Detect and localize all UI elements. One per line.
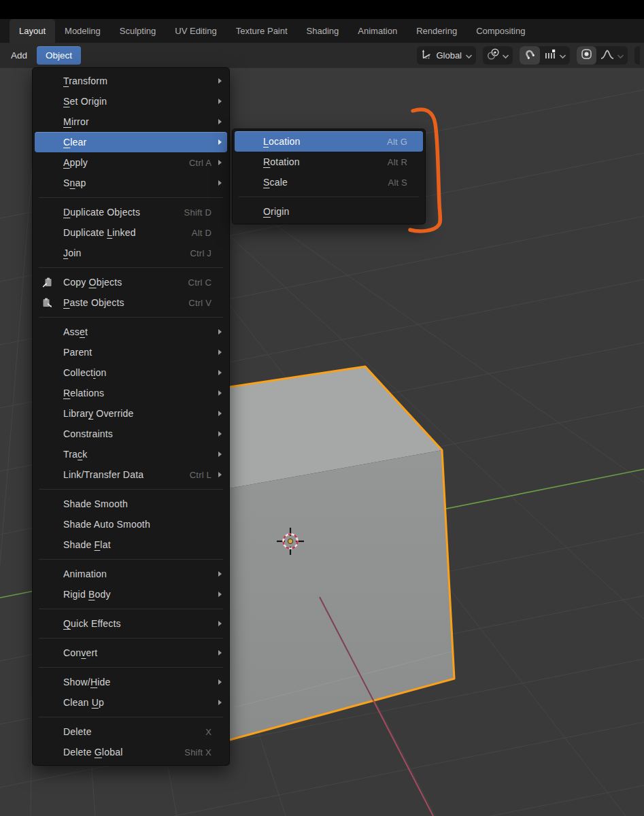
proportional-editing-button[interactable] [577,46,596,65]
clear-submenu-separator [239,197,419,197]
menu-item-shortcut: Alt G [387,137,409,147]
object-menu-item-paste-objects[interactable]: Paste ObjectsCtrl V [35,292,227,313]
object-menu-item-show-hide[interactable]: Show/Hide [35,672,227,692]
object-menu-item-track[interactable]: Track [35,444,227,464]
proportional-editing-group[interactable] [577,46,628,65]
menu-item-shortcut: Ctrl L [190,470,213,480]
submenu-arrow-icon [213,350,222,355]
menu-item-label: Shade Smooth [63,498,128,509]
menu-item-label: Animation [63,568,107,579]
menu-item-label: Clean Up [63,697,104,708]
clear-submenu-item-rotation[interactable]: RotationAlt R [235,152,423,172]
object-menu-item-duplicate-linked[interactable]: Duplicate LinkedAlt D [35,222,227,243]
clear-submenu-panel: LocationAlt GRotationAlt RScaleAlt SOrig… [232,129,426,224]
object-menu-item-collection[interactable]: Collection [35,362,227,383]
tab-sculpting[interactable]: Sculpting [110,19,165,43]
object-menu-item-quick-effects[interactable]: Quick Effects [35,613,227,634]
menu-item-label: Track [63,449,88,460]
submenu-arrow-icon [213,139,222,145]
object-menu-item-delete-global[interactable]: Delete GlobalShift X [35,742,227,762]
object-menu-separator [39,317,223,318]
menu-item-label: Origin [263,206,290,217]
menu-item-label: Show/Hide [63,677,111,687]
object-menu-item-clean-up[interactable]: Clean Up [35,692,227,713]
object-menu-item-parent[interactable]: Parent [35,342,227,362]
object-menu-separator [39,667,223,668]
submenu-arrow-icon [213,571,222,577]
pivot-point-icon [486,48,500,63]
transform-orientation-group[interactable]: Global [417,46,476,65]
orientation-value: Global [435,50,463,61]
object-menu-item-animation[interactable]: Animation [35,564,227,584]
submenu-arrow-icon [213,700,222,705]
top-black-strip [0,0,644,19]
menu-add[interactable]: Add [4,46,34,65]
object-menu-item-shade-smooth[interactable]: Shade Smooth [35,494,227,514]
object-menu-item-delete[interactable]: DeleteX [35,721,227,742]
tab-layout[interactable]: Layout [10,19,55,43]
menu-item-label: Location [263,136,301,147]
chevron-down-icon [559,50,566,62]
object-menu-item-copy-objects[interactable]: Copy ObjectsCtrl C [35,272,227,292]
object-menu-item-shade-auto-smooth[interactable]: Shade Auto Smooth [35,514,227,534]
tab-shading[interactable]: Shading [297,19,349,43]
object-menu-separator [39,267,223,268]
viewport-header: Add Object Global [0,43,644,68]
menu-item-label: Rigid Body [63,589,111,600]
object-menu-item-set-origin[interactable]: Set Origin [35,91,227,112]
tab-uv-editing[interactable]: UV Editing [165,19,226,43]
menu-item-label: Delete [63,726,92,737]
menu-item-label: Join [63,248,82,258]
object-menu-item-constraints[interactable]: Constraints [35,424,227,444]
submenu-arrow-icon [213,329,222,335]
tab-animation[interactable]: Animation [348,19,407,43]
object-menu-item-library-override[interactable]: Library Override [35,403,227,424]
object-menu-separator [39,559,223,560]
submenu-arrow-icon [213,679,222,685]
clear-submenu-item-origin[interactable]: Origin [235,201,423,222]
paste-icon-slot [41,297,63,309]
pivot-point-group[interactable] [483,46,513,65]
object-menu-item-asset[interactable]: Asset [35,322,227,342]
snap-toggle-button[interactable] [520,46,540,65]
menu-item-label: Shade Flat [63,539,111,550]
object-menu-item-join[interactable]: JoinCtrl J [35,243,227,263]
object-menu-item-transform[interactable]: Transform [35,71,227,91]
object-menu-item-rigid-body[interactable]: Rigid Body [35,584,227,605]
object-menu-item-clear[interactable]: Clear [35,132,227,152]
menu-item-label: Duplicate Linked [63,227,136,238]
menu-item-label: Duplicate Objects [63,207,140,218]
menu-item-label: Paste Objects [63,297,124,308]
clear-submenu-item-scale[interactable]: ScaleAlt S [235,172,423,192]
tab-modeling[interactable]: Modeling [55,19,110,43]
tab-compositing[interactable]: Compositing [467,19,535,43]
object-menu-separator [39,609,223,609]
copy-icon [41,277,53,288]
object-menu-separator [39,197,223,198]
tab-texture-paint[interactable]: Texture Paint [226,19,297,43]
menu-item-label: Quick Effects [63,618,121,629]
object-menu-item-duplicate-objects[interactable]: Duplicate ObjectsShift D [35,202,227,222]
clear-submenu-item-location[interactable]: LocationAlt G [235,131,423,152]
menu-item-shortcut: X [205,727,213,737]
object-menu-item-snap[interactable]: Snap [35,173,227,193]
menu-object[interactable]: Object [37,46,81,65]
menu-item-label: Snap [63,177,86,188]
transform-orientation-icon [420,48,433,63]
object-menu-item-link-transfer-data[interactable]: Link/Transfer DataCtrl L [35,464,227,485]
tab-rendering[interactable]: Rendering [407,19,467,43]
submenu-arrow-icon [213,452,222,457]
menu-item-label: Library Override [63,408,134,419]
object-menu-item-mirror[interactable]: Mirror [35,112,227,132]
submenu-arrow-icon [213,180,222,186]
object-menu-item-shade-flat[interactable]: Shade Flat [35,534,227,555]
menu-item-label: Parent [63,347,92,358]
object-menu-item-apply[interactable]: ApplyCtrl A [35,152,227,173]
snap-group[interactable] [520,46,570,65]
menu-item-shortcut: Ctrl C [188,277,213,288]
object-menu-item-relations[interactable]: Relations [35,383,227,403]
menu-item-label: Copy Objects [63,277,122,288]
menu-item-label: Shade Auto Smooth [63,519,150,530]
snap-magnet-icon [523,48,537,64]
object-menu-item-convert[interactable]: Convert [35,643,227,663]
